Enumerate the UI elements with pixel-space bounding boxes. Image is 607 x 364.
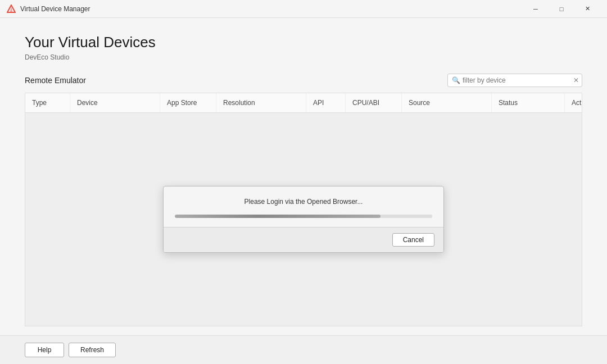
col-resolution: Resolution: [216, 93, 306, 112]
cancel-button[interactable]: Cancel: [392, 233, 434, 247]
device-table: Type Device App Store Resolution API CPU…: [25, 93, 582, 326]
page-subtitle: DevEco Studio: [25, 53, 582, 61]
table-header: Type Device App Store Resolution API CPU…: [25, 93, 582, 113]
col-actions: Actions: [565, 93, 582, 112]
col-appstore: App Store: [160, 93, 216, 112]
window-title: Virtual Device Manager: [20, 5, 523, 13]
app-icon: [7, 4, 16, 13]
col-source: Source: [402, 93, 492, 112]
help-button[interactable]: Help: [25, 343, 64, 357]
section-title: Remote Emulator: [25, 76, 86, 85]
col-status: Status: [492, 93, 565, 112]
col-device: Device: [70, 93, 160, 112]
close-button[interactable]: ✕: [574, 0, 600, 18]
bottom-bar: Help Refresh: [0, 335, 607, 364]
minimize-button[interactable]: ─: [523, 0, 549, 18]
refresh-button[interactable]: Refresh: [69, 343, 116, 357]
dialog-message: Please Login via the Opened Browser...: [175, 198, 432, 206]
dialog-content: Please Login via the Opened Browser...: [164, 186, 443, 227]
filter-clear-button[interactable]: ✕: [573, 76, 579, 84]
col-api: API: [306, 93, 346, 112]
filter-wrapper: 🔍 ✕: [447, 74, 582, 87]
col-type: Type: [25, 93, 70, 112]
title-bar: Virtual Device Manager ─ □ ✕: [0, 0, 607, 18]
main-window: Your Virtual Devices DevEco Studio Remot…: [0, 18, 607, 364]
progress-bar-track: [175, 215, 380, 218]
page-title: Your Virtual Devices: [25, 34, 582, 51]
search-icon: 🔍: [452, 76, 460, 84]
maximize-button[interactable]: □: [549, 0, 574, 18]
dialog-overlay: Please Login via the Opened Browser... C…: [25, 113, 582, 326]
table-body: Please Login via the Opened Browser... C…: [25, 113, 582, 326]
progress-bar: [175, 215, 432, 218]
page-header: Your Virtual Devices DevEco Studio: [25, 34, 582, 74]
window-controls: ─ □ ✕: [523, 0, 600, 18]
dialog-footer: Cancel: [164, 227, 443, 252]
col-cpuabi: CPU/ABI: [346, 93, 402, 112]
content-area: Your Virtual Devices DevEco Studio Remot…: [0, 18, 607, 335]
login-dialog: Please Login via the Opened Browser... C…: [163, 186, 444, 253]
filter-input[interactable]: [447, 74, 582, 87]
section-header: Remote Emulator 🔍 ✕: [25, 74, 582, 87]
